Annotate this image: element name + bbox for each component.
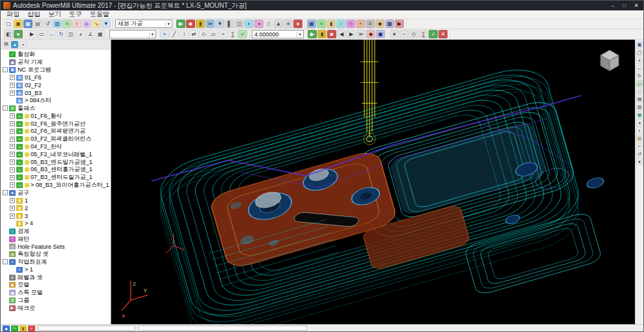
calculator-icon[interactable]: ∑ (419, 30, 428, 38)
tree-row[interactable]: - ▼ 공구 (1, 189, 111, 197)
chevron-down-icon[interactable]: ▾ (297, 32, 301, 37)
tree-row[interactable]: + ▤ 02_F2 (1, 81, 111, 89)
nc-program-create-icon[interactable]: ▦ (307, 20, 316, 28)
shank-display-icon[interactable]: ▌ (225, 20, 234, 28)
tree-toggle[interactable]: + (10, 144, 15, 149)
scale-icon[interactable]: ± (76, 30, 85, 38)
pattern-create-icon[interactable]: ◇ (346, 20, 355, 28)
block-icon[interactable]: ▧ (53, 20, 62, 28)
tree-row[interactable]: ◎ Hole Feature Sets (1, 243, 111, 251)
tree-row[interactable]: ◇ 패턴 (1, 235, 111, 243)
tree-toggle[interactable]: + (10, 137, 15, 142)
simulate-forward-icon[interactable]: ▶ (347, 30, 356, 38)
tree-toggle[interactable]: - (3, 105, 8, 111)
tree-row[interactable]: + ≈ 02_F6_외곽평면가공 (1, 128, 111, 135)
tree-toggle[interactable]: + (10, 214, 15, 219)
tree-row[interactable]: + ≈ 04_F2_잔삭 (1, 143, 111, 151)
tree-row[interactable]: ✓ 활성화 (1, 51, 111, 59)
tree-toggle[interactable]: + (10, 152, 15, 157)
apply-icon[interactable]: ✓ (429, 30, 438, 38)
workplane-create-icon[interactable]: + (356, 20, 365, 28)
tree-toggle[interactable]: + (10, 159, 15, 165)
shaded-view-icon[interactable]: ● (636, 119, 643, 126)
front-view-icon[interactable]: ▤ (636, 96, 643, 103)
tree-toggle[interactable]: + (10, 182, 15, 187)
pattern-edit-icon[interactable]: ◇ (409, 30, 418, 38)
undo-icon[interactable]: ↺ (43, 20, 52, 28)
tree-row[interactable]: - ▧ 툴패스 (1, 105, 111, 113)
menu-view[interactable]: 보기 (44, 10, 65, 19)
tree-row[interactable]: ≡ 레벨과 셋 (1, 273, 111, 281)
side-view-icon[interactable]: ▥ (636, 104, 643, 111)
tree-row[interactable]: + ▤ 03_B3 (1, 89, 111, 97)
rainbow-mode-icon[interactable]: ◑ (254, 20, 263, 28)
tree-toggle[interactable]: + (10, 175, 15, 180)
leads-links-icon[interactable]: ↘ (92, 20, 101, 28)
world-view-icon[interactable]: ● (14, 30, 23, 38)
rotate-icon[interactable]: ↻ (57, 30, 66, 38)
viewport-3d[interactable]: Z Y X (111, 40, 635, 324)
refresh-view-icon[interactable]: ↺ (636, 150, 643, 158)
feed-rate-icon[interactable]: ≈ (62, 20, 72, 28)
menu-help[interactable]: 도움말 (86, 10, 113, 19)
tree-row[interactable]: + ≈ 05_F2_내부코너레벨_1 (1, 150, 111, 158)
chevron-down-icon[interactable]: ▾ (165, 21, 170, 27)
macro-record-icon[interactable]: ▶ (395, 20, 404, 28)
static-mode-icon[interactable]: ◻ (264, 20, 273, 28)
minimize-button[interactable]: – (607, 1, 619, 10)
toolpath-draw-icon[interactable]: ≈ (636, 143, 643, 150)
chevron-down-icon[interactable]: ▾ (149, 32, 154, 37)
tool-create-icon[interactable]: ▮ (327, 20, 336, 28)
close-button[interactable]: ✕ (630, 1, 642, 10)
tree-row[interactable]: - ▦ NC 프로그램 (1, 66, 111, 74)
toolpath-edit-icon[interactable]: ≈ (160, 30, 169, 38)
tool-activate-icon[interactable]: ▼ (101, 20, 111, 28)
stock-model-icon[interactable]: ▩ (385, 20, 394, 28)
top-view-icon[interactable]: □ (636, 88, 643, 95)
reorder-icon[interactable]: ↕ (180, 30, 189, 38)
viewmill-settings-icon[interactable]: ∗ (284, 20, 293, 28)
view-cube[interactable] (600, 50, 619, 71)
tree-row[interactable]: + ≈ > 08_B3_와이어홀가공스터_1 (1, 182, 111, 189)
level-create-icon[interactable]: ≡ (366, 20, 375, 28)
tree-toggle[interactable]: - (3, 67, 8, 72)
tree-row[interactable]: + ≈ 05_B3_엔드밀가공샘_1 (1, 158, 111, 166)
menu-insert[interactable]: 삽입 (23, 10, 44, 19)
measure-icon[interactable]: ∠ (86, 30, 95, 38)
rotate-view-icon[interactable]: ↻ (636, 72, 643, 79)
tree-row[interactable]: + ≈ 06_B3_센터홀가공샘_1 (1, 166, 111, 174)
tree-row[interactable]: + ≈ 02_F6_원주면가공선 (1, 120, 111, 128)
tree-row[interactable]: - + 작업좌표계 (1, 258, 111, 266)
tree-toggle[interactable]: + (10, 113, 15, 118)
new-project-icon[interactable]: ▢ (4, 20, 13, 28)
viewmill-record-icon[interactable]: ● (293, 20, 302, 28)
simulate-back-icon[interactable]: ◀ (337, 30, 346, 38)
stats-icon[interactable]: ∑ (228, 30, 237, 38)
exit-viewmill-icon[interactable]: ▲ (274, 20, 283, 28)
iso-view-icon[interactable]: ◇ (636, 80, 643, 87)
tree-row[interactable]: ▤ > 084스터 (1, 97, 111, 105)
toolpath-create-icon[interactable]: ≈ (317, 20, 326, 28)
tree-row[interactable]: ▶ 매크로 (1, 304, 111, 312)
zoom-in-out-icon[interactable]: ± (636, 57, 643, 64)
status-model-icon[interactable]: ◆ (3, 325, 10, 331)
tree-toggle[interactable]: + (10, 198, 15, 203)
grid-icon[interactable]: ▦ (96, 30, 105, 38)
shaded-wire-view-icon[interactable]: ◐ (636, 127, 643, 134)
tree-row[interactable]: + ≈ 01_F6_황삭 (1, 112, 111, 120)
simulate-speed-icon[interactable]: ≫ (356, 30, 366, 38)
tree-row[interactable]: + ▤ 01_F6 (1, 74, 111, 81)
block-view-icon[interactable]: ▧ (636, 135, 643, 142)
tree-toggle[interactable]: - (3, 190, 8, 195)
tree-row[interactable]: ▩ 스톡 모델 (1, 289, 111, 297)
tree-row[interactable]: + ▮ 2 (1, 204, 111, 212)
full-view-icon[interactable]: ▣ (636, 41, 643, 48)
viewmill-step-icon[interactable]: ≫ (206, 20, 215, 28)
tolerance-combo[interactable]: 4.000000 ▾ (252, 30, 304, 38)
wireframe-view-icon[interactable]: ▦ (636, 111, 643, 118)
simulate-pause-icon[interactable]: ▮ (317, 30, 327, 38)
status-toolpath-icon[interactable]: ≈ (11, 325, 18, 331)
curve-editor-icon[interactable]: ~ (399, 30, 409, 38)
mirror-icon[interactable]: ◫ (66, 30, 75, 38)
limit-icon[interactable]: ▭ (209, 30, 218, 38)
